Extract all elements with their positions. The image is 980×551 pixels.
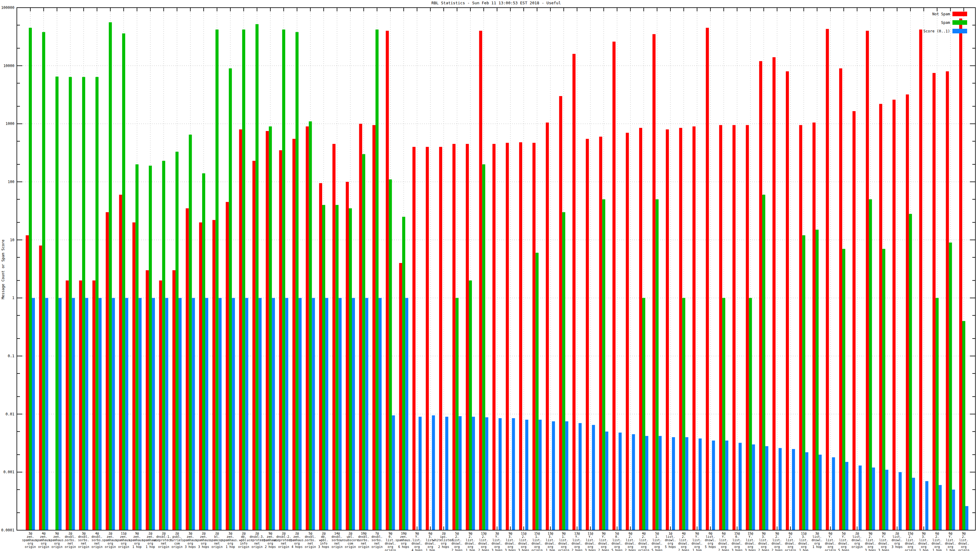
x-tick-label: 1 hop bbox=[226, 545, 235, 549]
x-tick-label: origin bbox=[51, 545, 62, 549]
x-tick-label: com bbox=[174, 542, 180, 545]
bar-not-spam bbox=[26, 235, 29, 530]
bar-not-spam bbox=[746, 125, 749, 530]
bar-score bbox=[645, 436, 648, 530]
bar-not-spam bbox=[706, 28, 709, 530]
x-tick-label: net bbox=[254, 542, 260, 545]
x-tick-label: 2@ bbox=[348, 532, 352, 535]
x-tick-label: Y. bbox=[829, 535, 832, 538]
x-tick-label: 10@ bbox=[361, 532, 367, 535]
bar-score bbox=[272, 298, 275, 530]
bar-not-spam bbox=[479, 30, 482, 530]
x-tick-label: net bbox=[307, 542, 313, 545]
x-tick-label: 6@ bbox=[935, 532, 939, 535]
x-tick-label: origin bbox=[251, 545, 262, 549]
x-tick-label: origin bbox=[92, 545, 103, 549]
x-tick-label: 6@ bbox=[628, 532, 632, 535]
x-tick-label: zen. bbox=[120, 535, 127, 538]
bar-spam bbox=[82, 77, 85, 530]
x-tick-label: 5@ bbox=[455, 532, 459, 535]
x-tick-label: dnswl. bbox=[718, 542, 729, 545]
x-tick-label: dnsbl. bbox=[358, 535, 369, 538]
x-tick-label: list. bbox=[546, 538, 555, 542]
x-tick-label: origin bbox=[25, 545, 36, 549]
x-tick-label: list. bbox=[826, 538, 835, 542]
bar-score bbox=[245, 298, 248, 530]
x-tick-label: zen. bbox=[147, 535, 154, 538]
bar-not-spam bbox=[452, 144, 455, 530]
bar-spam bbox=[749, 298, 752, 530]
x-tick-label: origin bbox=[358, 545, 369, 549]
bar-not-spam bbox=[305, 126, 309, 530]
x-tick-label: list. bbox=[906, 538, 915, 542]
x-tick-label: zen. bbox=[53, 535, 60, 538]
x-tick-label: dnswl. bbox=[945, 542, 956, 545]
bar-score bbox=[138, 298, 142, 530]
bar-score bbox=[632, 434, 635, 530]
x-tick-label: list. bbox=[879, 538, 888, 542]
y-tick-label: 1 bbox=[12, 296, 14, 300]
x-tick-label: Y. bbox=[948, 535, 952, 538]
x-tick-label: 2 hops bbox=[758, 549, 769, 551]
bar-not-spam bbox=[239, 130, 242, 530]
x-tick-label: list. bbox=[586, 538, 595, 542]
bar-score bbox=[485, 417, 488, 530]
bar-spam bbox=[42, 32, 45, 530]
x-tick-label: 4@ bbox=[95, 532, 99, 535]
bar-not-spam bbox=[293, 139, 296, 530]
bar-not-spam bbox=[66, 280, 69, 530]
x-tick-label: 5@ bbox=[309, 532, 312, 535]
x-tick-label: sorbs. bbox=[65, 538, 76, 542]
bar-score bbox=[192, 298, 195, 530]
bar-not-spam bbox=[879, 104, 882, 530]
bar-spam bbox=[95, 77, 99, 530]
x-tick-label: 3. bbox=[428, 535, 432, 538]
bar-not-spam bbox=[332, 144, 335, 530]
bar-spam bbox=[69, 77, 72, 530]
bar-spam bbox=[242, 29, 245, 530]
x-tick-label: dnswl. bbox=[412, 542, 423, 545]
bar-score bbox=[912, 478, 915, 530]
x-tick-label: dnsbl. bbox=[92, 535, 103, 538]
x-tick-label: org bbox=[908, 545, 913, 549]
x-tick-label: dnswl. bbox=[772, 542, 783, 545]
x-tick-label: org bbox=[708, 542, 713, 545]
x-tick-label: 1@ bbox=[668, 532, 672, 535]
x-tick-label: org bbox=[188, 542, 193, 545]
x-tick-label: 3 hops bbox=[878, 549, 889, 551]
x-tick-label: org bbox=[54, 542, 60, 545]
bar-score bbox=[552, 421, 555, 530]
x-tick-label: org bbox=[108, 542, 113, 545]
bar-not-spam bbox=[119, 195, 122, 530]
bar-spam bbox=[162, 161, 165, 530]
x-tick-label: origin bbox=[345, 545, 356, 549]
x-tick-label: dnswl. bbox=[452, 542, 463, 545]
x-tick-label: list. bbox=[573, 538, 582, 542]
x-tick-label: Y. bbox=[842, 535, 846, 538]
x-tick-label: org bbox=[734, 545, 740, 549]
x-tick-label: 2 hops bbox=[718, 549, 729, 551]
bar-score bbox=[458, 416, 461, 530]
x-tick-label: 2. bbox=[935, 535, 939, 538]
bar-score bbox=[392, 415, 395, 530]
bar-spam bbox=[29, 28, 32, 530]
x-tick-label: dnswl. bbox=[798, 542, 809, 545]
x-tick-label: 4@ bbox=[42, 532, 46, 535]
x-tick-label: 2@ bbox=[295, 532, 299, 535]
bar-spam bbox=[682, 298, 686, 530]
x-tick-label: dnswl. bbox=[811, 538, 822, 542]
x-tick-label: 0@ bbox=[709, 532, 712, 535]
x-tick-label: dnswl. bbox=[531, 542, 542, 545]
bar-score bbox=[792, 449, 795, 530]
x-tick-label: zen. bbox=[27, 535, 34, 538]
x-tick-label: origin bbox=[305, 545, 316, 549]
x-tick-label: 3. bbox=[549, 535, 552, 538]
x-tick-label: 4@ bbox=[642, 532, 646, 535]
x-tick-label: org bbox=[294, 542, 300, 545]
x-tick-label: 1 hop bbox=[919, 549, 928, 551]
x-tick-label: 3. bbox=[509, 535, 512, 538]
x-tick-label: dnswl. bbox=[865, 542, 876, 545]
x-tick-label: list. bbox=[892, 535, 902, 538]
x-tick-label: org bbox=[454, 545, 460, 549]
x-tick-label: origin bbox=[825, 549, 836, 551]
